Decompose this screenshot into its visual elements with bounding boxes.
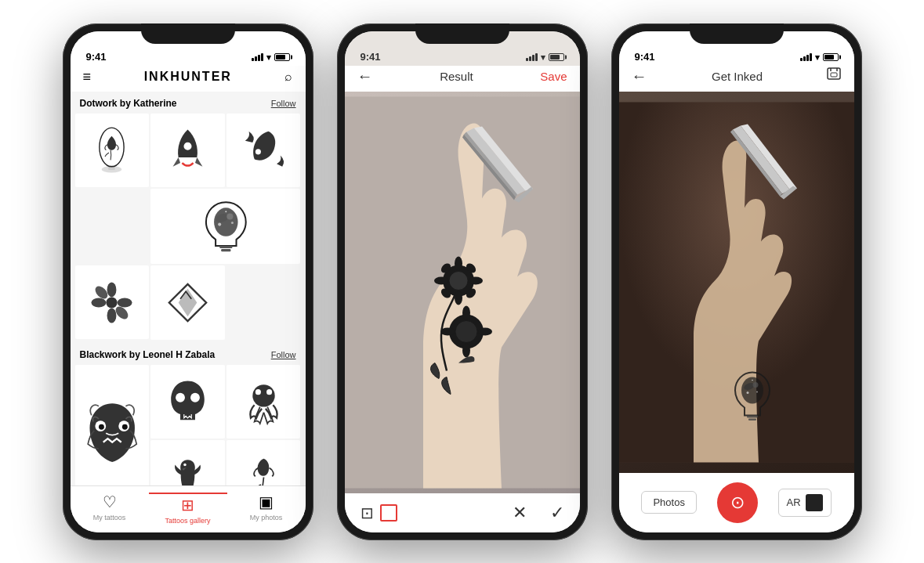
signal-bars-2 xyxy=(526,53,538,61)
svg-point-7 xyxy=(226,214,233,220)
ar-swatch xyxy=(806,494,823,511)
svg-point-58 xyxy=(746,392,748,394)
svg-point-30 xyxy=(266,389,272,395)
svg-point-13 xyxy=(107,297,118,308)
status-icons-2: ▾ xyxy=(526,52,564,63)
result-actions: ✕ ✓ xyxy=(513,503,564,523)
battery-icon-1 xyxy=(274,53,290,61)
grid-icon: ⊞ xyxy=(181,496,194,514)
status-icons-3: ▾ xyxy=(800,52,839,63)
section1-follow-button[interactable]: Follow xyxy=(271,99,296,108)
svg-point-16 xyxy=(92,298,107,307)
wifi-icon-1: ▾ xyxy=(266,52,271,63)
back-button-2[interactable]: ← xyxy=(357,67,373,85)
svg-point-4 xyxy=(255,150,261,155)
phone-2: 9:41 ▾ ← Result Save xyxy=(337,23,588,540)
crop-controls: ⊡ xyxy=(361,503,397,522)
svg-rect-61 xyxy=(747,415,758,417)
svg-point-28 xyxy=(252,385,274,407)
svg-rect-62 xyxy=(748,418,756,420)
svg-rect-52 xyxy=(831,73,837,77)
section2-title: Blackwork by Leonel H Zabala xyxy=(80,349,216,360)
shutter-button[interactable]: ⊙ xyxy=(717,482,758,523)
crop-icon[interactable]: ⊡ xyxy=(361,503,374,522)
resize-box[interactable] xyxy=(380,504,397,521)
svg-point-36 xyxy=(449,271,468,290)
signal-bars-1 xyxy=(252,53,263,61)
tattoo-cell-6[interactable] xyxy=(150,265,225,340)
battery-icon-3 xyxy=(823,53,839,61)
svg-point-17 xyxy=(118,298,132,307)
photos-button[interactable]: Photos xyxy=(641,491,696,514)
nav-my-photos[interactable]: ▣ My photos xyxy=(227,486,306,526)
tattoo-cell-2[interactable] xyxy=(150,114,225,188)
section2-header: Blackwork by Leonel H Zabala Follow xyxy=(71,343,306,365)
tattoo-cell-1[interactable] xyxy=(75,114,150,188)
tattoo-cell-3[interactable] xyxy=(226,114,301,188)
svg-rect-11 xyxy=(219,246,232,248)
phone1-header: ≡ INKHUNTER ⌕ xyxy=(71,66,306,92)
app-title: INKHUNTER xyxy=(144,70,232,84)
svg-point-14 xyxy=(107,282,117,297)
tattoo-cell-10[interactable] xyxy=(150,440,225,485)
signal-bars-3 xyxy=(800,53,812,61)
back-button-3[interactable]: ← xyxy=(632,67,647,85)
svg-point-27 xyxy=(190,393,200,402)
nav-label-gallery: Tattoos gallery xyxy=(165,517,210,525)
section2-follow-button[interactable]: Follow xyxy=(271,350,296,359)
svg-rect-51 xyxy=(828,68,840,79)
search-icon[interactable]: ⌕ xyxy=(284,70,292,84)
save-button[interactable]: Save xyxy=(540,70,567,83)
svg-point-47 xyxy=(462,305,470,319)
svg-point-37 xyxy=(455,256,462,270)
tattoo-cell-8[interactable] xyxy=(150,365,225,439)
svg-point-49 xyxy=(440,327,455,335)
status-time-1: 9:41 xyxy=(86,51,107,63)
svg-point-60 xyxy=(752,379,753,381)
svg-point-40 xyxy=(469,276,483,284)
heart-icon: ♡ xyxy=(103,493,117,511)
active-tab-indicator xyxy=(149,493,227,494)
confirm-icon[interactable]: ✓ xyxy=(550,503,564,523)
tattoo-cell-7[interactable] xyxy=(75,365,150,485)
svg-point-48 xyxy=(462,343,470,357)
svg-point-50 xyxy=(478,327,492,335)
nav-gallery[interactable]: ⊞ Tattoos gallery xyxy=(149,486,227,526)
notch-1 xyxy=(141,23,235,44)
ar-button[interactable]: AR xyxy=(778,489,832,517)
nav-label-photos: My photos xyxy=(250,514,283,521)
svg-rect-12 xyxy=(221,249,230,251)
svg-point-26 xyxy=(176,393,185,402)
svg-point-59 xyxy=(756,391,758,392)
svg-point-38 xyxy=(455,291,462,305)
phone3-header: ← Get Inked xyxy=(619,66,854,92)
tattoo-cell-4[interactable] xyxy=(150,189,300,264)
tattoo-cell-11[interactable] xyxy=(226,440,301,485)
section1-title: Dotwork by Katherine xyxy=(80,98,177,109)
tattoo-cell-5[interactable] xyxy=(75,265,150,340)
result-image-container xyxy=(345,92,580,493)
menu-icon[interactable]: ≡ xyxy=(83,69,92,85)
phone-1: 9:41 ▾ ≡ INKHUNTER ⌕ Dotwork by Katherin… xyxy=(63,23,313,540)
bottom-nav: ♡ My tattoos ⊞ Tattoos gallery ▣ My phot… xyxy=(71,485,306,532)
phone-3: 9:41 ▾ ← Get Inked xyxy=(611,23,862,540)
wifi-icon-2: ▾ xyxy=(541,52,545,63)
section2-grid xyxy=(71,365,306,485)
phone2-header: ← Result Save xyxy=(345,66,580,92)
svg-point-10 xyxy=(225,211,226,213)
notch-3 xyxy=(690,23,784,44)
nav-label-tattoos: My tattoos xyxy=(93,514,126,521)
section1-grid xyxy=(71,114,306,343)
ar-label: AR xyxy=(787,496,801,508)
camera-icon: ⊙ xyxy=(730,493,745,513)
svg-point-15 xyxy=(107,308,117,323)
nav-my-tattoos[interactable]: ♡ My tattoos xyxy=(71,486,149,526)
get-inked-title: Get Inked xyxy=(712,70,763,83)
status-time-2: 9:41 xyxy=(361,51,381,63)
svg-point-46 xyxy=(455,320,477,342)
notch-2 xyxy=(415,23,509,44)
wifi-icon-3: ▾ xyxy=(815,52,820,63)
share-icon[interactable] xyxy=(827,67,841,85)
tattoo-cell-9[interactable] xyxy=(226,365,301,439)
cancel-icon[interactable]: ✕ xyxy=(513,503,527,523)
